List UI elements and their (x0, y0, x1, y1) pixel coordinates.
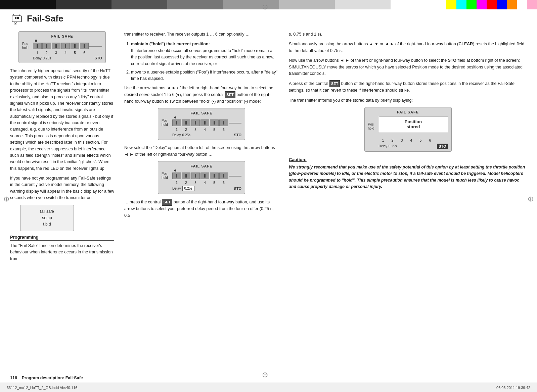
ch3-4 (200, 173, 209, 179)
ch-5 (71, 43, 79, 49)
programming-text: The "Fail-Safe" function determines the … (10, 243, 114, 262)
ch3-3 (191, 173, 200, 179)
fs-title-1: FAIL SAFE (22, 34, 102, 38)
column-left: FAIL SAFE Poshold (10, 31, 114, 265)
column-right: s, 0.75 s and 1 s). Simultaneously press… (289, 31, 527, 265)
fail-safe-display-4: FAIL SAFE Poshold Positionstored 1 2 (364, 107, 452, 152)
list-item-2: move to a user-selectable position ("Pos… (131, 69, 279, 82)
fs-indicator-dot (35, 40, 37, 42)
fs-delay-3: Delay (172, 187, 181, 190)
fail-safe-icon (10, 12, 24, 25)
fs-channel-numbers-3: 1 2 3 4 5 6 (172, 181, 241, 185)
fs-row-2: Poshold (162, 119, 241, 127)
footer-description: Program description: Fail-Safe (22, 376, 83, 380)
ch3-5 (210, 173, 219, 179)
ch-line (89, 46, 102, 47)
right-text-3: Now use the arrow buttons ◄ ► of the lef… (289, 57, 527, 77)
fs-row-1: Poshold (22, 42, 102, 50)
ch3-2 (182, 173, 190, 179)
fs-sto-highlighted: STO (437, 144, 448, 149)
fs-dot-2 (174, 116, 176, 118)
page-footer: 116 Program description: Fail-Safe (10, 374, 527, 380)
fs-bottom-4: Delay 0.25s STO (368, 144, 448, 149)
programming-heading: Programming (10, 235, 114, 241)
top-color-bar (0, 0, 537, 9)
fail-safe-display-2: FAIL SAFE Poshold (158, 108, 245, 140)
caution-title: Caution: (289, 157, 527, 162)
ch-3 (52, 43, 60, 49)
fs-delay-4: Delay (379, 144, 388, 148)
set-btn-inline-3: SET (329, 80, 340, 87)
middle-text-2: Use the arrow buttons ◄ ► of the left or… (124, 85, 279, 105)
fs-pos-hold-label: Poshold (22, 42, 33, 50)
fs-channel-numbers-4: 1 2 3 4 5 6 (379, 139, 448, 142)
right-text-4: A press of the central SET button of the… (289, 80, 527, 94)
sto-label-highlighted: STO (437, 144, 448, 149)
fail-safe-display-1: FAIL SAFE Poshold (18, 31, 106, 63)
bottom-left-text: 33112_mx12_HoTT_2_GB.indd Abs40:116 (7, 386, 77, 390)
right-text-1: s, 0.75 s and 1 s). (289, 31, 527, 38)
right-text-2: Simultaneously pressing the arrow button… (289, 41, 527, 54)
column-middle: transmitter to receiver. The receiver ou… (124, 31, 279, 265)
fs-label-4: Poshold (368, 122, 379, 131)
ch-4 (61, 43, 70, 49)
fs-title-4: FAIL SAFE (368, 110, 448, 114)
list-item-1: maintain ("hold") their current position… (131, 41, 279, 67)
fs-sto-1: STO (95, 56, 102, 60)
set-btn-inline-1: SET (225, 91, 235, 98)
ch2-5 (210, 119, 219, 126)
fs-sto-3: STO (234, 187, 241, 191)
right-text-5: The transmitter informs you of the store… (289, 97, 527, 104)
ch-1 (33, 43, 42, 49)
ch3-6 (219, 173, 228, 179)
fs-channel-numbers-1: 1 2 3 4 5 6 (33, 51, 102, 55)
fs-title-3: FAIL SAFE (162, 164, 241, 168)
page-header: Fail-Safe (10, 12, 527, 25)
svg-rect-4 (17, 17, 19, 19)
middle-text-1: transmitter to receiver. The receiver ou… (124, 31, 279, 38)
fs-pos-stored-block: Positionstored (379, 115, 448, 138)
bottom-right-text: 06.06.2011 19:39:42 (496, 386, 530, 390)
fs-channels-3 (172, 173, 241, 179)
fs-row-3: Poshold (162, 172, 241, 180)
svg-line-1 (13, 14, 14, 16)
page-number: 116 (10, 376, 17, 380)
fs-dot-3 (174, 169, 176, 172)
list-item-1-desc: If interference should occur, all servos… (131, 48, 274, 66)
fs-delay-highlighted: 0.25s (182, 186, 194, 191)
svg-line-2 (19, 14, 20, 16)
info-box: fail safe setup t.b.d (20, 205, 74, 232)
bottom-bar: 33112_mx12_HoTT_2_GB.indd Abs40:116 06.0… (0, 383, 537, 392)
fs-spacer (379, 133, 448, 138)
fs-delay-val-1: 0.25s (43, 56, 51, 60)
set-btn-inline-2: SET (162, 199, 172, 206)
intro-text-2: If you have not yet programmed any Fail-… (10, 175, 114, 201)
fs-bottom-1: Delay 0.25s STO (22, 56, 102, 60)
ch2-line (229, 123, 241, 124)
svg-rect-3 (15, 17, 16, 19)
ch3-line (229, 176, 241, 177)
ch-6 (80, 43, 89, 49)
fs-label-3: Poshold (162, 172, 172, 180)
fs-bottom-3: Delay 0.25s STO (162, 186, 241, 191)
crosshair-top: ⊕ (262, 3, 268, 11)
fs-delay-2: Delay (172, 133, 181, 137)
ch-2 (42, 43, 51, 49)
ch2-3 (191, 119, 200, 126)
ch2-6 (219, 119, 228, 126)
ch2-4 (200, 119, 209, 126)
intro-text-1: The inherently higher operational securi… (10, 68, 114, 172)
fs-sto-2: STO (234, 133, 241, 137)
page-title: Fail-Safe (27, 13, 63, 24)
middle-text-3: Now select the "Delay" option at bottom … (124, 145, 279, 158)
middle-list: maintain ("hold") their current position… (124, 41, 279, 82)
fs-channel-numbers-2: 1 2 3 4 5 6 (172, 128, 241, 132)
fail-safe-display-3: FAIL SAFE Poshold (158, 161, 245, 194)
fs-channels-2 (172, 119, 241, 126)
crosshair-right: ⊕ (528, 195, 534, 203)
caution-section: Caution: We strongly recommend that you … (289, 157, 527, 190)
fs-bottom-2: Delay 0.25s STO (162, 133, 241, 137)
ch3-1 (172, 173, 181, 179)
fs-label-2: Poshold (162, 119, 172, 127)
position-stored-label: Positionstored (379, 116, 448, 132)
